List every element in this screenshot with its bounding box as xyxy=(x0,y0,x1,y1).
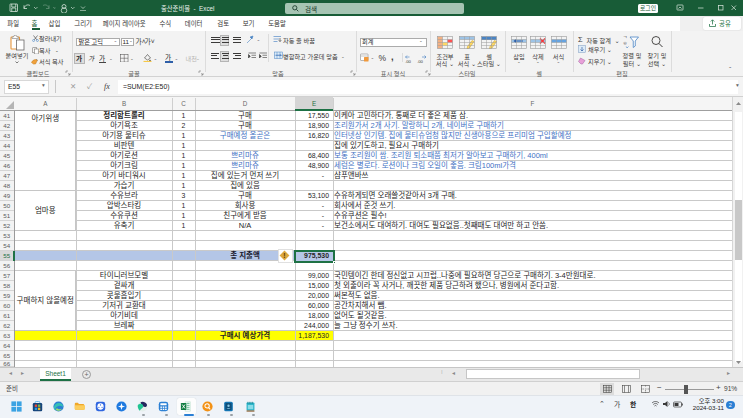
svg-text:ᄀ: ᄀ xyxy=(623,36,627,41)
svg-text:ᄒ: ᄒ xyxy=(623,41,627,47)
svg-text:.00: .00 xyxy=(405,58,412,63)
